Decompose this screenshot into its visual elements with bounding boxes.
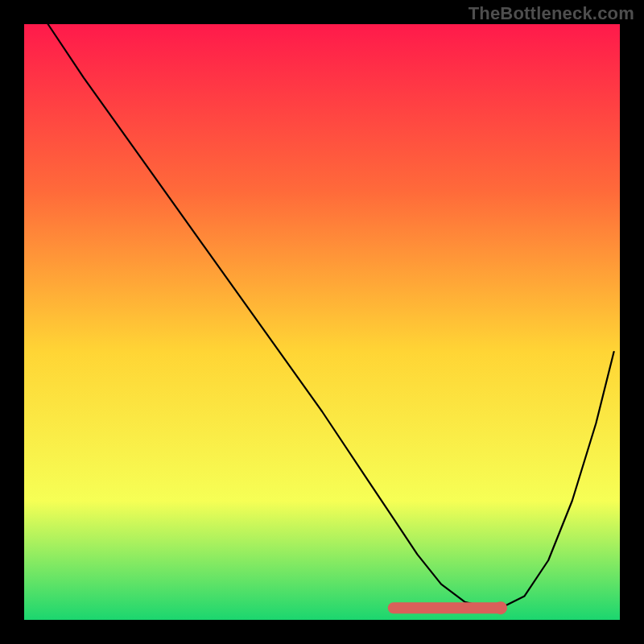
bottleneck-chart xyxy=(0,0,644,644)
plot-background xyxy=(24,24,620,620)
watermark-text: TheBottleneck.com xyxy=(469,3,634,24)
optimal-endpoint-dot xyxy=(494,601,507,614)
chart-container: TheBottleneck.com xyxy=(0,0,644,644)
